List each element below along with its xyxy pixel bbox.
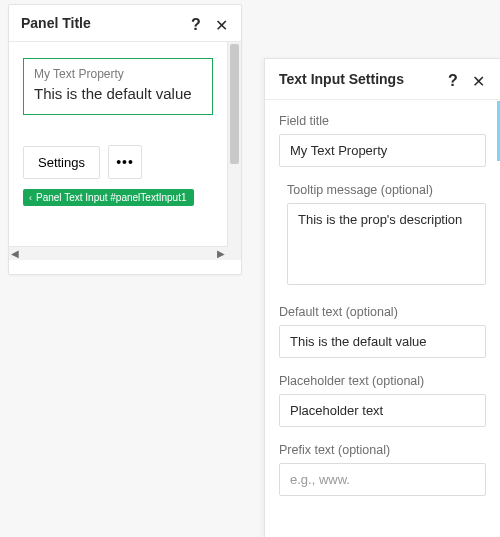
tooltip-textarea[interactable] bbox=[287, 203, 486, 285]
help-icon[interactable]: ? bbox=[191, 16, 205, 30]
widget-id-badge[interactable]: ‹ Panel Text Input #panelTextInput1 bbox=[23, 189, 194, 206]
settings-title: Text Input Settings bbox=[279, 71, 448, 87]
chevron-left-icon: ‹ bbox=[29, 193, 32, 203]
vertical-scrollbar[interactable] bbox=[227, 42, 241, 246]
tooltip-block: Tooltip message (optional) bbox=[287, 183, 486, 289]
scroll-left-arrow-icon[interactable]: ◀ bbox=[11, 248, 19, 259]
panel-header: Panel Title ? ✕ bbox=[9, 5, 241, 42]
close-icon[interactable]: ✕ bbox=[472, 72, 486, 86]
panel-header-icons: ? ✕ bbox=[191, 16, 229, 30]
text-input-value: This is the default value bbox=[34, 85, 202, 102]
prefix-text-input[interactable] bbox=[279, 463, 486, 496]
ellipsis-icon: ••• bbox=[116, 154, 134, 170]
scroll-corner bbox=[227, 246, 241, 260]
widget-toolbar: Settings ••• bbox=[23, 145, 213, 179]
settings-header-icons: ? ✕ bbox=[448, 72, 486, 86]
panel-title: Panel Title bbox=[21, 15, 191, 31]
prefix-text-label: Prefix text (optional) bbox=[279, 443, 486, 457]
help-icon[interactable]: ? bbox=[448, 72, 462, 86]
default-text-input[interactable] bbox=[279, 325, 486, 358]
tooltip-label: Tooltip message (optional) bbox=[287, 183, 486, 197]
field-title-input[interactable] bbox=[279, 134, 486, 167]
placeholder-text-input[interactable] bbox=[279, 394, 486, 427]
panel-body-wrap: My Text Property This is the default val… bbox=[9, 42, 241, 260]
panel-card: Panel Title ? ✕ My Text Property This is… bbox=[8, 4, 242, 275]
close-icon[interactable]: ✕ bbox=[215, 16, 229, 30]
settings-panel: Text Input Settings ? ✕ Field title Tool… bbox=[264, 58, 500, 537]
placeholder-text-label: Placeholder text (optional) bbox=[279, 374, 486, 388]
text-input-widget[interactable]: My Text Property This is the default val… bbox=[23, 58, 213, 115]
text-input-label: My Text Property bbox=[34, 67, 202, 81]
horizontal-scrollbar[interactable]: ◀ ▶ bbox=[9, 246, 227, 260]
more-button[interactable]: ••• bbox=[108, 145, 142, 179]
panel-body: My Text Property This is the default val… bbox=[9, 42, 227, 260]
settings-body: Field title Tooltip message (optional) D… bbox=[265, 100, 500, 537]
vertical-scroll-thumb[interactable] bbox=[230, 44, 239, 164]
default-text-label: Default text (optional) bbox=[279, 305, 486, 319]
settings-button[interactable]: Settings bbox=[23, 146, 100, 179]
widget-id-text: Panel Text Input #panelTextInput1 bbox=[36, 192, 186, 203]
field-title-label: Field title bbox=[279, 114, 486, 128]
settings-header: Text Input Settings ? ✕ bbox=[265, 59, 500, 100]
scroll-right-arrow-icon[interactable]: ▶ bbox=[217, 248, 225, 259]
panel-body-inner: My Text Property This is the default val… bbox=[23, 58, 213, 248]
